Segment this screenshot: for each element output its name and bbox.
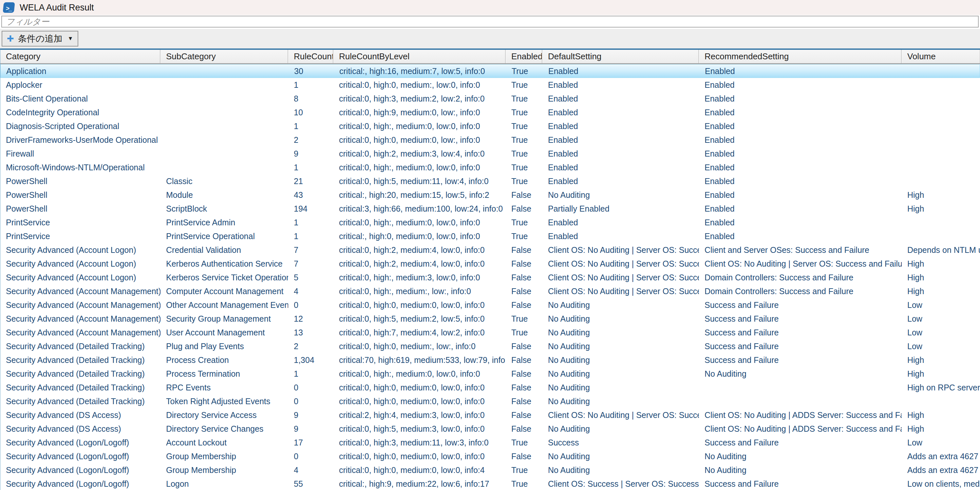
cell-recommendedsetting: Enabled	[699, 105, 902, 119]
cell-subcategory: PrintService Operational	[161, 229, 288, 243]
table-row[interactable]: Microsoft-Windows-NTLM/Operational1criti…	[0, 161, 980, 174]
cell-subcategory: Process Creation	[161, 353, 288, 367]
cell-defaultsetting: Client OS: No Auditing | Server OS: Succ…	[542, 408, 699, 422]
table-row[interactable]: PowerShellScriptBlock194critical:3, high…	[0, 202, 980, 216]
cell-rulecountbylevel: critical:0, high:2, medium:3, low:4, inf…	[333, 147, 506, 161]
cell-volume	[902, 395, 980, 408]
cell-rulecountbylevel: critical:0, high:0, medium:0, low:0, inf…	[333, 449, 506, 463]
cell-category: Bits-Client Operational	[0, 92, 161, 105]
cell-rulecount: 2	[288, 133, 333, 147]
table-row[interactable]: CodeIntegrity Operational10critical:0, h…	[0, 105, 980, 119]
cell-category: Security Advanced (Account Logon)	[0, 270, 161, 284]
cell-category: Security Advanced (Account Management)	[0, 284, 161, 298]
cell-category: Diagnosis-Scripted Operational	[0, 119, 161, 133]
table-row[interactable]: Security Advanced (Logon/Logoff)Group Me…	[0, 463, 980, 477]
table-row[interactable]: Security Advanced (Account Management)Ot…	[0, 298, 980, 312]
table-row[interactable]: PowerShellClassic21critical:0, high:5, m…	[0, 174, 980, 188]
cell-category: Security Advanced (Logon/Logoff)	[0, 449, 161, 463]
cell-volume	[902, 147, 980, 161]
cell-recommendedsetting: Success and Failure	[699, 477, 902, 490]
cell-defaultsetting: No Auditing	[542, 326, 699, 339]
cell-category: Security Advanced (Detailed Tracking)	[0, 353, 161, 367]
column-header-rulecountbylevel[interactable]: RuleCountByLevel	[333, 50, 506, 63]
table-row[interactable]: Security Advanced (Logon/Logoff)Group Me…	[0, 449, 980, 463]
cell-defaultsetting: Partially Enabled	[542, 202, 699, 216]
column-header-category[interactable]: Category	[0, 50, 161, 63]
table-row[interactable]: Security Advanced (Account Logon)Kerbero…	[0, 257, 980, 270]
cell-volume	[902, 119, 980, 133]
table-row[interactable]: Security Advanced (Account Management)Se…	[0, 312, 980, 326]
cell-recommendedsetting: Enabled	[699, 119, 902, 133]
cell-volume: Low on clients, mediu	[902, 477, 980, 490]
cell-category: PowerShell	[0, 174, 161, 188]
table-row[interactable]: PrintServicePrintService Admin1critical:…	[0, 216, 980, 229]
criteria-toolbar: ✚ 条件の追加 ▼	[0, 29, 980, 48]
cell-defaultsetting: Enabled	[542, 133, 699, 147]
column-header-volume[interactable]: Volume	[902, 50, 980, 63]
cell-subcategory: Module	[161, 188, 288, 202]
table-row[interactable]: Security Advanced (Detailed Tracking)Pro…	[0, 353, 980, 367]
cell-enabled: True	[506, 133, 542, 147]
table-row[interactable]: Application30critical:, high:16, medium:…	[0, 64, 980, 78]
cell-subcategory	[161, 119, 288, 133]
table-row[interactable]: Security Advanced (Account Logon)Credent…	[0, 243, 980, 257]
column-header-rulecount[interactable]: RuleCount	[288, 50, 333, 63]
table-row[interactable]: Security Advanced (Logon/Logoff)Logon55c…	[0, 477, 980, 490]
cell-recommendedsetting: Success and Failure	[699, 339, 902, 353]
cell-category: Security Advanced (Detailed Tracking)	[0, 380, 161, 395]
table-row[interactable]: Security Advanced (DS Access)Directory S…	[0, 422, 980, 436]
cell-volume: High	[902, 270, 980, 284]
cell-enabled: True	[506, 105, 542, 119]
cell-volume: High	[902, 353, 980, 367]
cell-subcategory: Credential Validation	[161, 243, 288, 257]
cell-defaultsetting: Enabled	[542, 161, 699, 174]
cell-defaultsetting: Enabled	[542, 147, 699, 161]
table-row[interactable]: Security Advanced (DS Access)Directory S…	[0, 408, 980, 422]
table-row[interactable]: Security Advanced (Account Management)Us…	[0, 326, 980, 339]
cell-defaultsetting: Enabled	[542, 174, 699, 188]
add-criteria-button[interactable]: ✚ 条件の追加 ▼	[2, 31, 78, 46]
cell-enabled: False	[506, 353, 542, 367]
cell-category: Application	[1, 65, 161, 78]
table-row[interactable]: Firewall9critical:0, high:2, medium:3, l…	[0, 147, 980, 161]
table-row[interactable]: PrintServicePrintService Operational1cri…	[0, 229, 980, 243]
table-row[interactable]: Security Advanced (Account Management)Co…	[0, 284, 980, 298]
cell-defaultsetting: Enabled	[543, 65, 699, 78]
cell-rulecount: 1	[288, 229, 333, 243]
cell-enabled: False	[506, 380, 542, 395]
table-row[interactable]: PowerShellModule43critical:, high:20, me…	[0, 188, 980, 202]
table-row[interactable]: Security Advanced (Detailed Tracking)Pro…	[0, 367, 980, 380]
cell-rulecount: 2	[288, 339, 333, 353]
cell-enabled: True	[506, 436, 542, 449]
cell-rulecount: 13	[288, 326, 333, 339]
cell-volume: Low	[902, 326, 980, 339]
cell-enabled: True	[506, 92, 542, 105]
table-row[interactable]: Applocker1critical:0, high:0, medium:, l…	[0, 78, 980, 92]
cell-subcategory	[161, 92, 288, 105]
table-row[interactable]: Security Advanced (Logon/Logoff)Account …	[0, 436, 980, 449]
cell-defaultsetting: Client OS: Success | Server OS: Success …	[542, 477, 699, 490]
cell-recommendedsetting: Enabled	[699, 92, 902, 105]
cell-volume: High	[902, 408, 980, 422]
cell-rulecount: 0	[288, 395, 333, 408]
cell-volume	[902, 105, 980, 119]
column-header-recommendedsetting[interactable]: RecommendedSetting	[699, 50, 902, 63]
column-header-defaultsetting[interactable]: DefaultSetting	[542, 50, 699, 63]
cell-recommendedsetting: Client and Server OSes: Success and Fail…	[699, 243, 902, 257]
column-header-enabled[interactable]: Enabled	[506, 50, 542, 63]
table-row[interactable]: Security Advanced (Account Logon)Kerbero…	[0, 270, 980, 284]
filter-input[interactable]	[1, 16, 979, 27]
cell-recommendedsetting: Enabled	[699, 65, 902, 78]
table-row[interactable]: Security Advanced (Detailed Tracking)RPC…	[0, 380, 980, 395]
table-row[interactable]: Security Advanced (Detailed Tracking)Tok…	[0, 395, 980, 408]
cell-subcategory: Kerberos Service Ticket Operations	[161, 270, 288, 284]
cell-rulecountbylevel: critical:0, high:, medium:3, low:0, info…	[333, 270, 506, 284]
cell-category: PrintService	[0, 216, 161, 229]
cell-volume	[902, 161, 980, 174]
cell-defaultsetting: Enabled	[542, 78, 699, 92]
table-row[interactable]: Security Advanced (Detailed Tracking)Plu…	[0, 339, 980, 353]
column-header-subcategory[interactable]: SubCategory	[161, 50, 288, 63]
table-row[interactable]: Diagnosis-Scripted Operational1critical:…	[0, 119, 980, 133]
table-row[interactable]: Bits-Client Operational8critical:0, high…	[0, 92, 980, 105]
table-row[interactable]: DriverFrameworks-UserMode Operational2cr…	[0, 133, 980, 147]
